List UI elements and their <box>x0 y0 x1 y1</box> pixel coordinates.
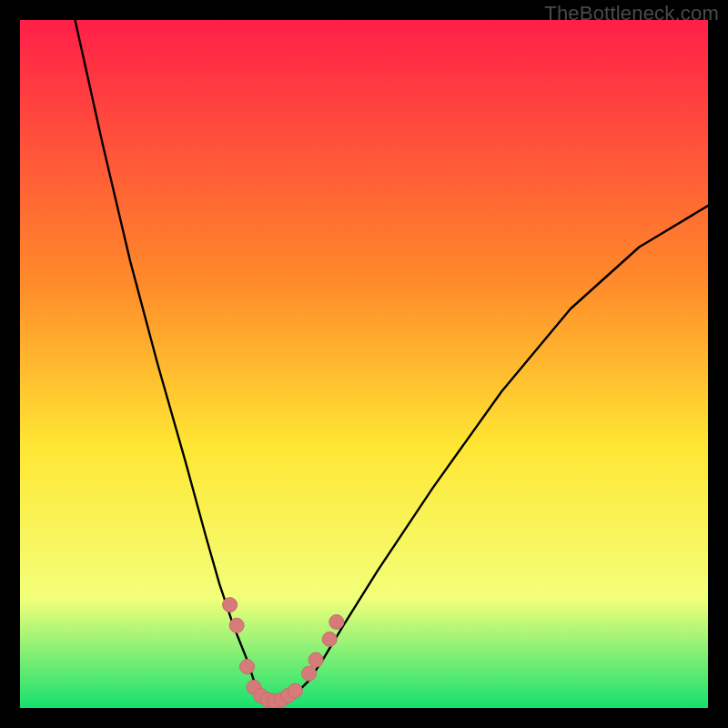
curve-marker <box>229 618 244 632</box>
chart-frame: TheBottleneck.com <box>0 0 728 728</box>
curve-marker <box>302 666 317 681</box>
curve-marker <box>240 660 255 674</box>
curve-marker <box>322 632 337 646</box>
curve-marker <box>223 598 238 612</box>
curve-marker <box>329 615 344 630</box>
curve-marker <box>308 652 323 667</box>
gradient-background <box>20 20 708 708</box>
curve-marker <box>288 683 302 698</box>
bottleneck-chart <box>20 20 708 708</box>
